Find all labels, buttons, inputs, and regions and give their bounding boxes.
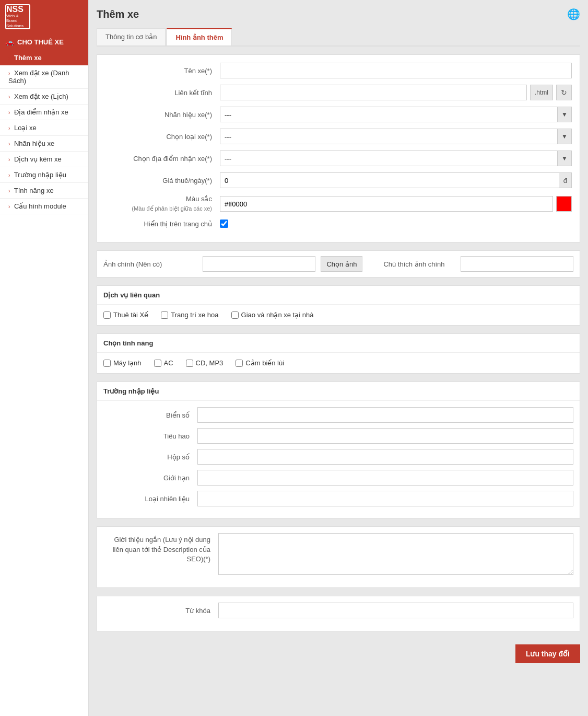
logo-subtext: Web & Brand Solutions	[6, 14, 29, 29]
tinh-nang-may-lanh: Máy lạnh	[103, 359, 142, 367]
cd-mp3-label[interactable]: CD, MP3	[196, 359, 224, 367]
mau-sac-input[interactable]	[220, 196, 553, 212]
tinh-nang-checkbox-group: Máy lạnh AC CD, MP3 Cảm biến lùi	[103, 359, 573, 367]
chon-dia-diem-select-wrapper: --- ▼	[220, 151, 572, 166]
sidebar-item-dich-vu-kem-xe[interactable]: › Dịch vụ kèm xe	[0, 152, 88, 167]
tinh-nang-cd-mp3: CD, MP3	[186, 359, 224, 367]
globe-icon[interactable]: 🌐	[567, 8, 580, 20]
sidebar-item-xem-dat-xe-ds[interactable]: › Xem đặt xe (Danh Sách)	[0, 65, 88, 89]
tinh-nang-ac: AC	[154, 359, 173, 367]
dich-vu-lien-quan-block: Dịch vụ liên quan Thuê tài Xế Trang trí …	[97, 285, 580, 326]
trang-tri-xe-hoa-checkbox[interactable]	[161, 311, 168, 319]
arrow-icon: ›	[8, 125, 10, 131]
logo-text: NSS	[6, 5, 29, 14]
sidebar-item-label: Tính năng xe	[14, 187, 54, 194]
hien-thi-label: Hiển thị trên trang chủ	[105, 220, 220, 228]
anh-chinh-input[interactable]	[203, 256, 315, 272]
gia-thue-input[interactable]	[220, 172, 559, 188]
caption-label: Chú thích ảnh chính	[383, 260, 444, 268]
hien-thi-checkbox-wrapper	[220, 220, 228, 228]
ac-checkbox[interactable]	[154, 360, 161, 367]
thue-tai-xe-checkbox[interactable]	[103, 311, 111, 319]
sidebar-item-them-xe[interactable]: › Thêm xe	[0, 50, 88, 65]
hop-so-input[interactable]	[197, 449, 573, 465]
sidebar-item-truong-nhap-lieu[interactable]: › Trường nhập liệu	[0, 167, 88, 183]
loai-nhien-lieu-input[interactable]	[197, 491, 573, 506]
sidebar-item-label: Loại xe	[14, 124, 37, 132]
sidebar-item-nhan-hieu[interactable]: › Nhãn hiệu xe	[0, 136, 88, 152]
sidebar-item-tinh-nang-xe[interactable]: › Tính năng xe	[0, 183, 88, 199]
hop-so-row: Hộp số	[103, 449, 573, 465]
sidebar-item-label: Trường nhập liệu	[14, 171, 66, 179]
sidebar-item-cau-hinh-module[interactable]: › Cấu hình module	[0, 199, 88, 214]
tieu-hao-row: Tiêu hao	[103, 428, 573, 444]
lien-ket-tinh-row: Liên kết tĩnh .html ↻	[105, 85, 572, 100]
caption-input[interactable]	[461, 256, 573, 272]
arrow-icon: ›	[8, 188, 10, 194]
tab-thong-tin-co-ban[interactable]: Thông tin cơ bản	[97, 28, 166, 45]
sidebar-item-dia-diem[interactable]: › Địa điểm nhận xe	[0, 105, 88, 120]
bien-so-input[interactable]	[197, 407, 573, 423]
tab-hinh-anh-them[interactable]: Hình ảnh thêm	[167, 28, 232, 45]
sidebar-item-xem-dat-xe-lich[interactable]: › Xem đặt xe (Lịch)	[0, 89, 88, 105]
dich-vu-title: Dịch vụ liên quan	[97, 286, 580, 305]
chon-dia-diem-select[interactable]: ---	[220, 151, 572, 166]
tieu-hao-label: Tiêu hao	[103, 432, 197, 440]
truong-nhap-lieu-block: Trường nhập liệu Biển số Tiêu hao Hộp số…	[97, 382, 580, 518]
sidebar-item-label: Xem đặt xe (Lịch)	[14, 93, 68, 100]
cam-bien-lui-label[interactable]: Cảm biến lùi	[245, 359, 284, 367]
gioi-thieu-ngan-block: Giới thiệu ngắn (Lưu ý nội dung liên qua…	[97, 526, 580, 588]
dich-vu-trang-tri-xe-hoa: Trang trí xe hoa	[161, 311, 218, 319]
mau-sac-label: Màu sắc (Màu để phân biệt giữa các xe)	[105, 194, 220, 213]
cam-bien-lui-checkbox[interactable]	[236, 360, 243, 367]
bien-so-row: Biển số	[103, 407, 573, 423]
may-lanh-label[interactable]: Máy lạnh	[113, 359, 142, 367]
trang-tri-xe-hoa-label[interactable]: Trang trí xe hoa	[171, 311, 218, 319]
anh-chinh-label: Ảnh chính (Nên có)	[103, 260, 197, 268]
price-input-group: đ	[220, 172, 572, 188]
cd-mp3-checkbox[interactable]	[186, 360, 193, 367]
refresh-button[interactable]: ↻	[556, 85, 572, 100]
color-input-group	[220, 196, 572, 212]
nhan-hieu-xe-select-wrapper: --- ▼	[220, 107, 572, 122]
nhan-hieu-xe-select[interactable]: ---	[220, 107, 572, 122]
sidebar-item-label: Cấu hình module	[14, 202, 66, 210]
save-button[interactable]: Lưu thay đổi	[515, 644, 580, 663]
sidebar-logo: NSS Web & Brand Solutions	[0, 0, 88, 33]
ac-label[interactable]: AC	[164, 359, 173, 367]
thue-tai-xe-label[interactable]: Thuê tài Xế	[113, 311, 148, 319]
main-content: Thêm xe 🌐 Thông tin cơ bản Hình ảnh thêm…	[89, 0, 588, 716]
price-suffix: đ	[559, 172, 572, 188]
chon-loai-xe-select[interactable]: ---	[220, 129, 572, 144]
page-header: Thêm xe 🌐	[97, 8, 580, 20]
gioi-thieu-label: Giới thiệu ngắn (Lưu ý nội dung liên qua…	[103, 533, 218, 564]
url-input-group: .html ↻	[220, 85, 572, 100]
anh-chinh-row: Ảnh chính (Nên có) Chọn ảnh Chú thích ản…	[97, 251, 580, 277]
page-title: Thêm xe	[97, 8, 139, 20]
hien-thi-checkbox[interactable]	[220, 220, 228, 228]
may-lanh-checkbox[interactable]	[103, 360, 111, 367]
giao-nhan-xe-checkbox[interactable]	[231, 311, 239, 319]
giao-nhan-xe-label[interactable]: Giao và nhận xe tại nhà	[241, 311, 314, 319]
sidebar-item-label: Nhãn hiệu xe	[14, 140, 54, 147]
sidebar-header: 🚗 CHO THUÊ XE	[0, 33, 88, 50]
arrow-icon: ›	[8, 172, 10, 178]
sidebar-item-loai-xe[interactable]: › Loại xe	[0, 120, 88, 136]
chon-loai-xe-row: Chọn loại xe(*) --- ▼	[105, 129, 572, 144]
lien-ket-tinh-input[interactable]	[220, 85, 527, 100]
form-card: Tên xe(*) Liên kết tĩnh .html ↻ Nhãn hiệ…	[97, 54, 580, 242]
logo-box: NSS Web & Brand Solutions	[5, 4, 30, 29]
color-swatch[interactable]	[556, 196, 572, 212]
dich-vu-thue-tai-xe: Thuê tài Xế	[103, 311, 148, 319]
choose-img-button[interactable]: Chọn ảnh	[321, 256, 362, 272]
tu-khoa-input[interactable]	[218, 603, 573, 618]
chon-loai-xe-label: Chọn loại xe(*)	[105, 133, 220, 141]
hien-thi-row: Hiển thị trên trang chủ	[105, 220, 572, 228]
gioi-han-row: Giới hạn	[103, 470, 573, 486]
gioi-thieu-textarea[interactable]	[218, 533, 573, 575]
ten-xe-input[interactable]	[220, 63, 572, 78]
gioi-han-input[interactable]	[197, 470, 573, 486]
mau-sac-row: Màu sắc (Màu để phân biệt giữa các xe)	[105, 194, 572, 213]
dich-vu-checkbox-group: Thuê tài Xế Trang trí xe hoa Giao và nhậ…	[103, 311, 573, 319]
tieu-hao-input[interactable]	[197, 428, 573, 444]
